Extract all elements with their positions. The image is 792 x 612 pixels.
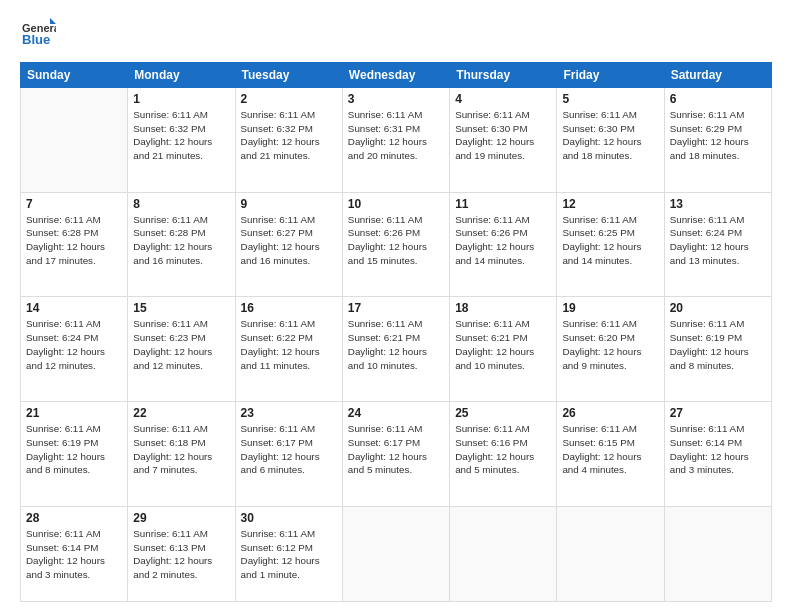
day-info: Sunrise: 6:11 AM Sunset: 6:19 PM Dayligh… — [26, 422, 122, 477]
calendar-cell: 6Sunrise: 6:11 AM Sunset: 6:29 PM Daylig… — [664, 88, 771, 193]
day-info: Sunrise: 6:11 AM Sunset: 6:21 PM Dayligh… — [455, 317, 551, 372]
day-number: 29 — [133, 511, 229, 525]
calendar-week-1: 7Sunrise: 6:11 AM Sunset: 6:28 PM Daylig… — [21, 192, 772, 297]
calendar-cell: 22Sunrise: 6:11 AM Sunset: 6:18 PM Dayli… — [128, 402, 235, 507]
day-info: Sunrise: 6:11 AM Sunset: 6:14 PM Dayligh… — [670, 422, 766, 477]
calendar-cell: 2Sunrise: 6:11 AM Sunset: 6:32 PM Daylig… — [235, 88, 342, 193]
calendar-cell: 3Sunrise: 6:11 AM Sunset: 6:31 PM Daylig… — [342, 88, 449, 193]
calendar-cell: 17Sunrise: 6:11 AM Sunset: 6:21 PM Dayli… — [342, 297, 449, 402]
calendar-cell: 1Sunrise: 6:11 AM Sunset: 6:32 PM Daylig… — [128, 88, 235, 193]
day-number: 22 — [133, 406, 229, 420]
day-info: Sunrise: 6:11 AM Sunset: 6:17 PM Dayligh… — [348, 422, 444, 477]
day-info: Sunrise: 6:11 AM Sunset: 6:22 PM Dayligh… — [241, 317, 337, 372]
calendar-cell: 10Sunrise: 6:11 AM Sunset: 6:26 PM Dayli… — [342, 192, 449, 297]
calendar-cell: 28Sunrise: 6:11 AM Sunset: 6:14 PM Dayli… — [21, 506, 128, 601]
day-info: Sunrise: 6:11 AM Sunset: 6:13 PM Dayligh… — [133, 527, 229, 582]
calendar-cell: 11Sunrise: 6:11 AM Sunset: 6:26 PM Dayli… — [450, 192, 557, 297]
calendar-cell: 30Sunrise: 6:11 AM Sunset: 6:12 PM Dayli… — [235, 506, 342, 601]
calendar-cell: 13Sunrise: 6:11 AM Sunset: 6:24 PM Dayli… — [664, 192, 771, 297]
calendar-cell — [664, 506, 771, 601]
day-number: 14 — [26, 301, 122, 315]
calendar-cell — [450, 506, 557, 601]
logo: General Blue — [20, 16, 56, 52]
calendar-cell: 20Sunrise: 6:11 AM Sunset: 6:19 PM Dayli… — [664, 297, 771, 402]
day-info: Sunrise: 6:11 AM Sunset: 6:30 PM Dayligh… — [562, 108, 658, 163]
day-info: Sunrise: 6:11 AM Sunset: 6:26 PM Dayligh… — [348, 213, 444, 268]
svg-text:Blue: Blue — [22, 32, 50, 47]
day-info: Sunrise: 6:11 AM Sunset: 6:17 PM Dayligh… — [241, 422, 337, 477]
day-number: 6 — [670, 92, 766, 106]
day-number: 24 — [348, 406, 444, 420]
calendar-cell: 16Sunrise: 6:11 AM Sunset: 6:22 PM Dayli… — [235, 297, 342, 402]
page-header: General Blue — [20, 16, 772, 52]
calendar-cell: 18Sunrise: 6:11 AM Sunset: 6:21 PM Dayli… — [450, 297, 557, 402]
day-number: 8 — [133, 197, 229, 211]
calendar-cell: 27Sunrise: 6:11 AM Sunset: 6:14 PM Dayli… — [664, 402, 771, 507]
day-number: 18 — [455, 301, 551, 315]
day-info: Sunrise: 6:11 AM Sunset: 6:15 PM Dayligh… — [562, 422, 658, 477]
day-number: 23 — [241, 406, 337, 420]
day-info: Sunrise: 6:11 AM Sunset: 6:16 PM Dayligh… — [455, 422, 551, 477]
day-info: Sunrise: 6:11 AM Sunset: 6:18 PM Dayligh… — [133, 422, 229, 477]
calendar-cell: 5Sunrise: 6:11 AM Sunset: 6:30 PM Daylig… — [557, 88, 664, 193]
day-info: Sunrise: 6:11 AM Sunset: 6:32 PM Dayligh… — [133, 108, 229, 163]
day-info: Sunrise: 6:11 AM Sunset: 6:20 PM Dayligh… — [562, 317, 658, 372]
day-info: Sunrise: 6:11 AM Sunset: 6:28 PM Dayligh… — [133, 213, 229, 268]
day-info: Sunrise: 6:11 AM Sunset: 6:23 PM Dayligh… — [133, 317, 229, 372]
day-number: 11 — [455, 197, 551, 211]
day-info: Sunrise: 6:11 AM Sunset: 6:12 PM Dayligh… — [241, 527, 337, 582]
calendar-cell: 9Sunrise: 6:11 AM Sunset: 6:27 PM Daylig… — [235, 192, 342, 297]
day-info: Sunrise: 6:11 AM Sunset: 6:28 PM Dayligh… — [26, 213, 122, 268]
calendar-cell: 25Sunrise: 6:11 AM Sunset: 6:16 PM Dayli… — [450, 402, 557, 507]
day-info: Sunrise: 6:11 AM Sunset: 6:24 PM Dayligh… — [26, 317, 122, 372]
calendar-cell — [21, 88, 128, 193]
day-number: 16 — [241, 301, 337, 315]
calendar-cell: 19Sunrise: 6:11 AM Sunset: 6:20 PM Dayli… — [557, 297, 664, 402]
day-number: 17 — [348, 301, 444, 315]
day-number: 15 — [133, 301, 229, 315]
calendar-week-2: 14Sunrise: 6:11 AM Sunset: 6:24 PM Dayli… — [21, 297, 772, 402]
weekday-tuesday: Tuesday — [235, 63, 342, 88]
day-number: 13 — [670, 197, 766, 211]
calendar-week-3: 21Sunrise: 6:11 AM Sunset: 6:19 PM Dayli… — [21, 402, 772, 507]
calendar-cell: 26Sunrise: 6:11 AM Sunset: 6:15 PM Dayli… — [557, 402, 664, 507]
weekday-wednesday: Wednesday — [342, 63, 449, 88]
day-number: 10 — [348, 197, 444, 211]
day-number: 4 — [455, 92, 551, 106]
day-number: 7 — [26, 197, 122, 211]
calendar-cell: 23Sunrise: 6:11 AM Sunset: 6:17 PM Dayli… — [235, 402, 342, 507]
weekday-monday: Monday — [128, 63, 235, 88]
calendar-cell: 15Sunrise: 6:11 AM Sunset: 6:23 PM Dayli… — [128, 297, 235, 402]
calendar-cell: 8Sunrise: 6:11 AM Sunset: 6:28 PM Daylig… — [128, 192, 235, 297]
day-info: Sunrise: 6:11 AM Sunset: 6:30 PM Dayligh… — [455, 108, 551, 163]
day-number: 28 — [26, 511, 122, 525]
day-number: 25 — [455, 406, 551, 420]
calendar-table: SundayMondayTuesdayWednesdayThursdayFrid… — [20, 62, 772, 602]
day-number: 27 — [670, 406, 766, 420]
day-number: 20 — [670, 301, 766, 315]
calendar-cell: 7Sunrise: 6:11 AM Sunset: 6:28 PM Daylig… — [21, 192, 128, 297]
calendar-cell: 21Sunrise: 6:11 AM Sunset: 6:19 PM Dayli… — [21, 402, 128, 507]
calendar-cell — [557, 506, 664, 601]
calendar-cell: 14Sunrise: 6:11 AM Sunset: 6:24 PM Dayli… — [21, 297, 128, 402]
day-number: 12 — [562, 197, 658, 211]
weekday-thursday: Thursday — [450, 63, 557, 88]
day-number: 3 — [348, 92, 444, 106]
weekday-header-row: SundayMondayTuesdayWednesdayThursdayFrid… — [21, 63, 772, 88]
day-info: Sunrise: 6:11 AM Sunset: 6:25 PM Dayligh… — [562, 213, 658, 268]
calendar-cell: 24Sunrise: 6:11 AM Sunset: 6:17 PM Dayli… — [342, 402, 449, 507]
day-number: 2 — [241, 92, 337, 106]
day-info: Sunrise: 6:11 AM Sunset: 6:32 PM Dayligh… — [241, 108, 337, 163]
day-info: Sunrise: 6:11 AM Sunset: 6:29 PM Dayligh… — [670, 108, 766, 163]
day-info: Sunrise: 6:11 AM Sunset: 6:19 PM Dayligh… — [670, 317, 766, 372]
day-number: 5 — [562, 92, 658, 106]
weekday-saturday: Saturday — [664, 63, 771, 88]
day-info: Sunrise: 6:11 AM Sunset: 6:31 PM Dayligh… — [348, 108, 444, 163]
calendar-cell: 4Sunrise: 6:11 AM Sunset: 6:30 PM Daylig… — [450, 88, 557, 193]
day-number: 21 — [26, 406, 122, 420]
day-number: 26 — [562, 406, 658, 420]
calendar-cell: 29Sunrise: 6:11 AM Sunset: 6:13 PM Dayli… — [128, 506, 235, 601]
svg-marker-2 — [50, 18, 56, 24]
calendar-cell: 12Sunrise: 6:11 AM Sunset: 6:25 PM Dayli… — [557, 192, 664, 297]
day-number: 9 — [241, 197, 337, 211]
